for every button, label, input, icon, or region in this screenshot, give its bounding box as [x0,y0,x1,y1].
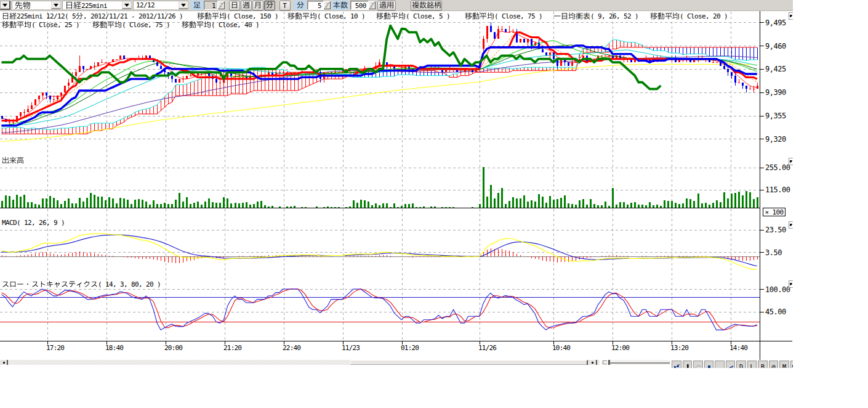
legend-ma20: ( Close, 20 ) [650,12,728,20]
toolbar: 225mini 12/12 1 T 5 500 [0,0,793,11]
x-tick-label: 13:20 [670,344,688,352]
interval-input[interactable]: 1 [204,1,218,10]
zoom-slider[interactable] [601,360,670,365]
zoom-slider-track[interactable] [609,362,670,364]
bars-count-spinner[interactable] [369,1,376,9]
x-tick-label: 10:40 [552,344,570,352]
mini-button-L[interactable]: L [747,361,757,369]
scroll-left-button[interactable] [0,360,8,365]
x-tick-label: 18:40 [105,344,123,352]
pane-resize-widget-icon[interactable] [789,158,793,165]
mini-button-blank[interactable] [715,361,725,369]
mini-button-candles-icon[interactable] [672,361,681,369]
bars-count-input[interactable]: 500 [350,1,369,10]
mini-button-B[interactable]: B [758,361,768,369]
pane-resize-widget-icon[interactable] [789,221,793,229]
horizontal-scrollbar[interactable] [0,360,600,365]
price-tick-label: 9,495 [765,18,786,27]
pane-resize-widget-icon[interactable] [789,280,793,288]
legend-ma10: ( Close, 10 ) [287,12,365,20]
zoom-slider-cap [603,361,607,364]
mini-button-bars-icon[interactable] [683,361,693,369]
price-tick-label: 9,460 [765,42,786,51]
chevron-down-icon[interactable] [51,1,60,9]
x-tick-label: 21:20 [223,344,241,352]
legend-ma75: ( Close, 75 ) [465,12,542,20]
period-tick-button[interactable]: T [279,1,291,10]
volume-tick-label: 115.00 [765,186,790,194]
bottom-mini-toolbar: DLB@M [672,361,793,369]
volume-tick-label: 255.00 [765,163,790,172]
x-tick-label: 14:40 [729,344,747,352]
bars-count-label [332,1,348,10]
scroll-right-button[interactable] [588,360,597,365]
mini-button-dot-icon[interactable] [704,361,714,369]
legend-symbol: 225mini 12/12( 5, 2012/11/21 - 2012/11/2… [2,12,183,20]
period-minute-button[interactable] [264,1,275,10]
stoch-tick-label: 100.00 [765,285,790,294]
period-week-button[interactable] [241,1,252,10]
interval-label [191,1,203,10]
price-tick-label: 9,355 [765,112,786,120]
minutes-input[interactable]: 5 [307,1,324,10]
mini-button-@[interactable]: @ [769,361,779,369]
chevron-down-icon[interactable] [179,1,188,9]
mini-button-D[interactable]: D [736,361,746,369]
legend-ma75b: ( Close, 75 ) [92,21,170,29]
mini-button-line-icon[interactable] [693,361,703,369]
price-tick-label: 9,320 [765,135,786,144]
market-combobox[interactable] [12,1,61,10]
mini-button-diag-icon[interactable] [726,361,736,369]
macd-pane-label: MACD( 12, 26, 9 ) [2,219,65,227]
scrollbar-thumb[interactable] [350,360,588,365]
scroll-left-arrow-icon [3,362,5,364]
chevron-down-icon[interactable] [2,4,7,9]
legend-ichimoku: ( 9, 26, 52 ) [553,12,638,20]
legend-ma40: ( Close, 40 ) [182,21,259,29]
x-tick-label: 20:00 [164,344,182,352]
macd-tick-label: 3.50 [765,248,782,257]
x-tick-label: 22:40 [283,344,300,352]
minutes-label [294,1,306,10]
market-combobox-value [15,1,31,9]
legend-ma5: ( Close, 5 ) [376,12,450,20]
legend-ma150: ( Close, 150 ) [197,12,278,20]
contract-combobox-value: 12/12 [136,1,155,9]
stochastics-pane-label: ( 14, 3, 80, 20 ) [2,280,161,288]
x-tick-label: 11/26 [478,344,496,352]
symbol-combobox[interactable]: 225mini [62,1,132,10]
chevron-down-icon[interactable] [122,1,131,9]
volume-multiplier-badge: × 100 [763,208,786,216]
mini-button-M[interactable]: M [779,361,789,369]
price-tick-label: 9,425 [765,65,786,73]
macd-tick-label: 23.50 [765,226,786,234]
mini-button-dot2-icon[interactable] [790,361,794,369]
pane-resize-widget-icon[interactable] [789,12,793,20]
period-day-button[interactable] [229,1,240,10]
apply-button[interactable] [377,1,396,10]
x-tick-label: 01:20 [401,344,419,352]
period-month-button[interactable] [252,1,263,10]
volume-pane-label [2,157,24,165]
scroll-right-arrow-icon [592,362,593,364]
interval-spinner[interactable] [218,1,225,9]
price-tick-label: 9,390 [765,88,786,97]
stoch-tick-label: 45.00 [765,308,786,316]
symbol-combobox-value: 225mini [65,1,107,9]
legend-ma25: ( Close, 25 ) [2,21,79,29]
chart-style-dropdown[interactable] [0,1,10,10]
chart-application: 225mini 12/12 1 T 5 500 225mini 12/12( 5… [0,0,868,408]
chart-canvas[interactable] [0,11,793,360]
multi-symbol-button[interactable] [411,1,442,10]
minutes-spinner[interactable] [324,1,331,9]
contract-combobox[interactable]: 12/12 [133,1,188,10]
x-tick-label: 11/23 [342,344,360,352]
x-tick-label: 17:20 [46,344,64,352]
x-tick-label: 12:00 [611,344,629,352]
